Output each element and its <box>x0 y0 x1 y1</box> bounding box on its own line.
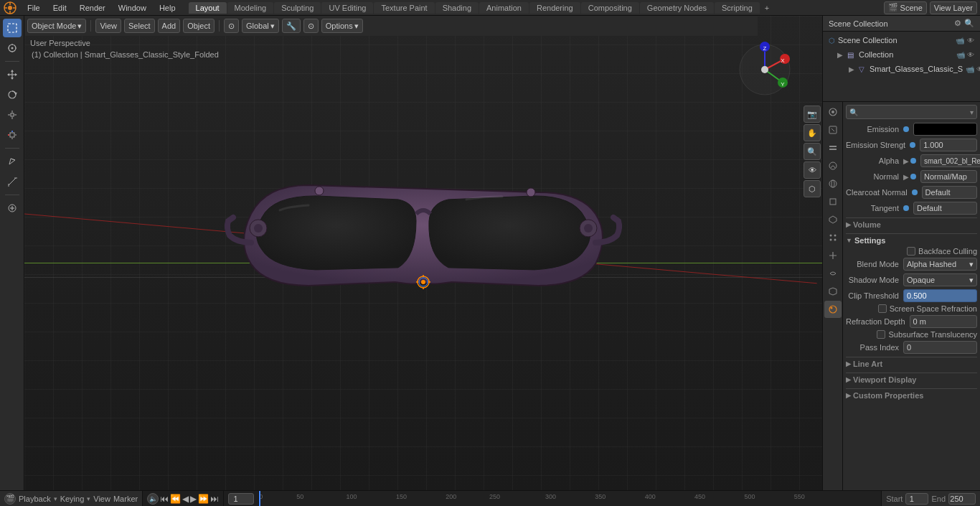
shadow-mode-dropdown[interactable]: Opaque ▾ <box>903 273 977 286</box>
viewport-display-section-header[interactable]: ▶ Viewport Display <box>846 373 977 386</box>
object-mode-button[interactable]: Object Mode ▾ <box>27 19 86 33</box>
view-menu-button[interactable]: View <box>93 495 110 503</box>
options-button[interactable]: Options ▾ <box>321 19 363 33</box>
move-tool-button[interactable] <box>3 65 22 84</box>
workspace-tab-uv[interactable]: UV Editing <box>321 2 373 14</box>
view-layer-props-button[interactable] <box>824 139 842 156</box>
jump-to-start-button[interactable]: ⏮ <box>160 494 169 504</box>
backface-culling-checkbox[interactable] <box>907 247 915 256</box>
view-menu-button[interactable]: View <box>95 19 121 33</box>
proportional-edit-button[interactable]: ⊙ <box>303 19 319 33</box>
tangent-value[interactable]: Default <box>913 202 977 215</box>
zoom-button[interactable]: 🔍 <box>804 143 821 160</box>
outliner-search-button[interactable]: 🔍 <box>964 19 974 28</box>
play-button[interactable]: ▶ <box>190 494 197 504</box>
emission-strength-value[interactable]: 1.000 <box>920 139 977 151</box>
add-workspace-button[interactable]: + <box>760 2 773 14</box>
output-props-button[interactable] <box>824 121 842 139</box>
timeline-ruler[interactable]: 0 50 100 150 200 250 300 350 400 450 500… <box>259 491 881 507</box>
workspace-tab-compositing[interactable]: Compositing <box>581 2 639 14</box>
outliner-object[interactable]: ▶ ▽ Smart_Glasses_Classic_S 📹 👁 <box>823 62 980 76</box>
select-menu-button[interactable]: Select <box>124 19 155 33</box>
workspace-tab-modeling[interactable]: Modeling <box>227 2 274 14</box>
modifier-props-button[interactable] <box>824 211 842 228</box>
workspace-tab-geometry[interactable]: Geometry Nodes <box>640 2 714 14</box>
constraint-props-button[interactable] <box>824 265 842 282</box>
viewport-canvas[interactable]: X Y Z 📷 ✋ 🔍 👁 ⬡ <box>24 16 822 490</box>
menu-render[interactable]: Render <box>74 2 111 14</box>
add-tool-button[interactable] <box>3 199 22 217</box>
workspace-tab-texture-paint[interactable]: Texture Paint <box>374 2 434 14</box>
clearcoat-normal-value[interactable]: Default <box>922 186 977 199</box>
scene-display-button[interactable]: 🎬 <box>4 493 16 505</box>
particles-props-button[interactable] <box>824 229 842 246</box>
transform-pivot-button[interactable]: ⊙ <box>224 19 239 33</box>
scale-tool-button[interactable] <box>3 106 22 124</box>
transform-space-button[interactable]: Global ▾ <box>242 19 279 33</box>
workspace-tab-shading[interactable]: Shading <box>435 2 479 14</box>
scene-selector[interactable]: 🎬 Scene <box>884 1 927 14</box>
data-props-button[interactable] <box>824 283 842 300</box>
marker-menu-button[interactable]: Marker <box>113 495 138 503</box>
snap-button[interactable]: 🔧 <box>282 19 301 33</box>
menu-edit[interactable]: Edit <box>47 2 72 14</box>
rotate-tool-button[interactable] <box>3 85 22 104</box>
volume-section-header[interactable]: ▶ Volume <box>846 217 977 231</box>
play-reverse-button[interactable]: ◀ <box>182 494 189 504</box>
cursor-tool-button[interactable] <box>3 39 22 57</box>
line-art-section-header[interactable]: ▶ Line Art <box>846 357 977 370</box>
blend-mode-dropdown[interactable]: Alpha Hashed ▾ <box>903 258 977 271</box>
camera-button[interactable]: 📷 <box>804 106 821 123</box>
render-props-button[interactable] <box>824 103 842 121</box>
normal-value[interactable]: Normal/Map <box>920 170 977 183</box>
refraction-depth-value[interactable]: 0 m <box>910 315 977 328</box>
current-frame-input[interactable] <box>228 493 254 505</box>
pass-index-value[interactable]: 0 <box>903 341 977 354</box>
world-props-button[interactable] <box>824 175 842 192</box>
properties-search-input[interactable] <box>860 108 970 116</box>
jump-to-end-button[interactable]: ⏭ <box>210 494 219 504</box>
viewport-3d[interactable]: Object Mode ▾ View Select Add Object ⊙ G… <box>24 16 822 490</box>
physics-props-button[interactable] <box>824 247 842 264</box>
step-forward-button[interactable]: ⏩ <box>198 494 209 504</box>
annotate-tool-button[interactable] <box>3 152 22 171</box>
add-menu-button[interactable]: Add <box>158 19 181 33</box>
alpha-value[interactable]: smart_002_bl_Refra... <box>920 154 980 167</box>
outliner-filter-button[interactable]: ⚙ <box>954 19 961 28</box>
view-layer-selector[interactable]: View Layer <box>930 1 977 14</box>
normal-expand-icon[interactable]: ▶ <box>903 173 909 181</box>
audio-toggle-button[interactable]: 🔈 <box>147 493 159 505</box>
transform-tool-button[interactable] <box>3 126 22 144</box>
emission-color-swatch[interactable] <box>913 123 977 136</box>
workspace-tab-layout[interactable]: Layout <box>189 2 227 14</box>
outliner-scene-collection[interactable]: ⬡ Scene Collection 📹 👁 <box>823 33 980 47</box>
object-menu-button[interactable]: Object <box>183 19 215 33</box>
material-props-button[interactable] <box>824 301 842 318</box>
workspace-tab-scripting[interactable]: Scripting <box>715 2 760 14</box>
workspace-tab-rendering[interactable]: Rendering <box>529 2 580 14</box>
menu-file[interactable]: File <box>22 2 46 14</box>
step-back-button[interactable]: ⏪ <box>170 494 181 504</box>
hand-button[interactable]: ✋ <box>804 124 821 141</box>
select-tool-button[interactable] <box>3 19 22 37</box>
outliner-collection[interactable]: ▶ ▤ Collection 📹 👁 <box>823 47 980 62</box>
workspace-tab-animation[interactable]: Animation <box>479 2 529 14</box>
custom-properties-section-header[interactable]: ▶ Custom Properties <box>846 388 977 402</box>
measure-tool-button[interactable] <box>3 172 22 191</box>
alpha-expand-icon[interactable]: ▶ <box>903 157 909 165</box>
object-props-button[interactable] <box>824 193 842 210</box>
settings-section-header[interactable]: ▼ Settings <box>846 233 977 247</box>
subsurface-translucency-checkbox[interactable] <box>877 330 885 339</box>
start-frame-input[interactable] <box>905 493 928 505</box>
view-button[interactable]: 👁 <box>804 161 821 179</box>
keying-menu-button[interactable]: Keying <box>60 495 85 503</box>
workspace-tab-sculpting[interactable]: Sculpting <box>274 2 321 14</box>
menu-window[interactable]: Window <box>113 2 152 14</box>
clip-threshold-bar[interactable]: 0.500 <box>903 289 977 302</box>
end-frame-input[interactable] <box>948 493 976 505</box>
menu-help[interactable]: Help <box>154 2 182 14</box>
material-preview-button[interactable]: ⬡ <box>804 180 821 197</box>
scene-props-button[interactable] <box>824 157 842 174</box>
playback-menu-button[interactable]: Playback <box>19 495 51 503</box>
screen-space-refraction-checkbox[interactable] <box>878 304 887 313</box>
